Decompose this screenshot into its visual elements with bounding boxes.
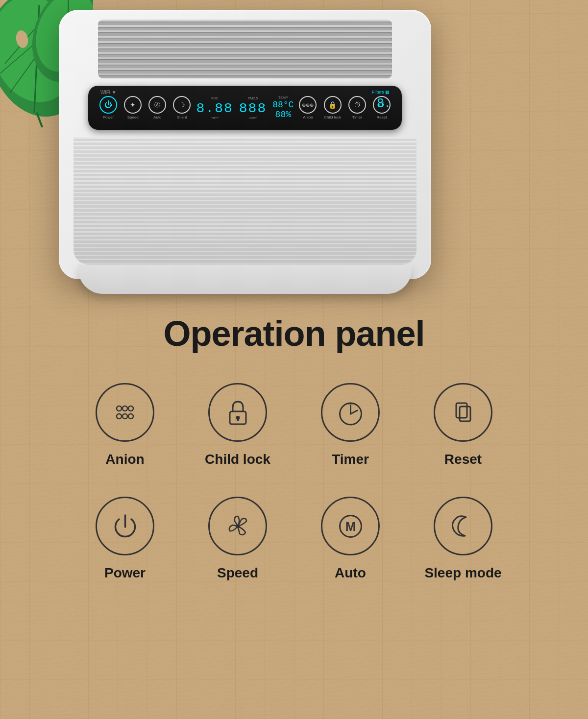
features-grid: Anion Child lock xyxy=(74,383,514,581)
svg-point-20 xyxy=(122,414,127,419)
anion-label: Anion xyxy=(105,452,144,467)
svg-rect-30 xyxy=(460,407,470,421)
svg-point-19 xyxy=(117,414,122,419)
reset-label: Reset xyxy=(444,452,482,467)
svg-rect-24 xyxy=(237,418,239,421)
power-label: Power xyxy=(104,565,146,581)
feature-reset: Reset xyxy=(412,383,514,467)
auto-icon: M xyxy=(335,510,367,542)
operation-section: Operation panel Anion xyxy=(0,304,588,591)
svg-line-27 xyxy=(350,410,357,414)
timer-label: Timer xyxy=(332,452,369,467)
panel-child-lock: 🔒 Child lock xyxy=(322,96,343,120)
top-vents xyxy=(98,20,392,78)
moon-icon xyxy=(447,510,479,542)
svg-point-17 xyxy=(122,406,127,411)
svg-point-18 xyxy=(128,406,133,411)
anion-icon-circle xyxy=(96,383,154,442)
timer-icon-circle xyxy=(321,383,380,442)
section-title: Operation panel xyxy=(20,313,568,354)
lock-icon xyxy=(222,397,254,429)
power-icon xyxy=(109,510,141,542)
speed-icon-circle xyxy=(208,497,267,555)
anion-icon xyxy=(109,397,141,429)
sleep-mode-icon-circle xyxy=(434,497,492,555)
panel-timer: ⏱ Timer xyxy=(347,96,368,120)
svg-point-32 xyxy=(236,524,240,528)
feature-auto: M Auto xyxy=(299,497,402,581)
svg-rect-29 xyxy=(456,403,467,418)
feature-sleep-mode: Sleep mode xyxy=(412,497,514,581)
svg-point-21 xyxy=(128,414,133,419)
auto-icon-circle: M xyxy=(321,497,380,555)
feature-timer: Timer xyxy=(299,383,402,467)
feature-anion: Anion xyxy=(74,383,176,467)
panel-silent: ☽ Silent xyxy=(172,96,192,120)
body-vents xyxy=(74,137,416,264)
child-lock-label: Child lock xyxy=(205,452,270,467)
panel-power: ⏻ Power xyxy=(98,96,119,120)
auto-label: Auto xyxy=(335,565,366,581)
fan-icon xyxy=(222,510,254,542)
device-bottom xyxy=(78,264,412,294)
reset-icon xyxy=(447,397,479,429)
display-section: VOC 8.88 mg/m³ PM2.5 888 μg/m³ TEMP 88°C… xyxy=(196,96,294,120)
feature-child-lock: Child lock xyxy=(186,383,289,467)
air-purifier-device: WiFi ▼ ⏻ Power ✦ Speed Ⓐ Auto ☽ Silent xyxy=(49,10,441,294)
timer-icon xyxy=(335,397,367,429)
control-panel: WiFi ▼ ⏻ Power ✦ Speed Ⓐ Auto ☽ Silent xyxy=(88,86,402,130)
svg-text:M: M xyxy=(345,519,356,534)
sleep-mode-label: Sleep mode xyxy=(424,565,501,581)
speed-label: Speed xyxy=(217,565,258,581)
power-icon-circle xyxy=(96,497,154,555)
panel-auto: Ⓐ Auto xyxy=(147,96,168,120)
panel-speed: ✦ Speed xyxy=(122,96,143,120)
feature-power: Power xyxy=(74,497,176,581)
feature-speed: Speed xyxy=(186,497,289,581)
child-lock-icon-circle xyxy=(208,383,267,442)
svg-point-16 xyxy=(117,406,122,411)
reset-icon-circle xyxy=(434,383,492,442)
panel-anion: ⊕⊕⊕ Anion xyxy=(297,96,318,120)
